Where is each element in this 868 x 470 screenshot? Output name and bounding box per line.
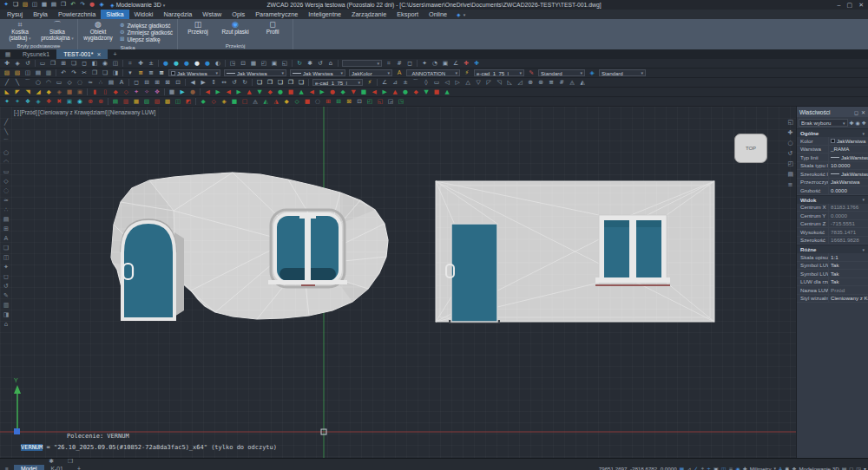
toolbar-icon[interactable]: ◳	[227, 61, 238, 67]
toolbar-icon[interactable]: ▨	[152, 99, 162, 105]
toolbar-icon[interactable]: ◀	[223, 89, 233, 95]
viewport-control-segment[interactable]: [Przód]	[20, 109, 37, 115]
ribbon-tab-opis[interactable]: Opis	[227, 10, 250, 19]
viewport-control-segment[interactable]: [Cieniowany z Krawędziami]	[38, 109, 108, 115]
draw-tool-icon[interactable]: ✎	[3, 292, 9, 299]
property-value[interactable]: 0.0000	[829, 186, 868, 194]
flatshot-button[interactable]: ◉ Rzut płaski	[218, 20, 253, 42]
toolbar-icon[interactable]: ◫	[31, 2, 38, 8]
status-toggle-icon[interactable]: ❖	[792, 466, 796, 470]
property-value[interactable]: 7835.1471	[829, 228, 868, 236]
toolbar-icon[interactable]: ▶	[177, 89, 187, 95]
toolbar-icon[interactable]: ▣	[64, 99, 75, 105]
toolbar-icon[interactable]: ▣	[440, 61, 450, 67]
section-button[interactable]: ◫ Przekrój	[181, 20, 215, 42]
status-toggle-icon[interactable]: ◫	[721, 466, 727, 470]
toolbar-icon[interactable]: ▤	[50, 2, 57, 8]
draw-tool-icon[interactable]: ❏	[3, 245, 9, 251]
toolbar-icon[interactable]: ▦	[131, 99, 141, 105]
ribbon-tab-zarządzanie[interactable]: Zarządzanie	[346, 10, 391, 19]
toolbar-combo[interactable]: JakKolor▾	[349, 69, 392, 76]
mesh-surface-button[interactable]: ⌒ Siatka prostokątna ▾	[40, 20, 75, 42]
toolbar-icon[interactable]: ■	[286, 89, 296, 95]
toolbar-icon[interactable]: ✦	[419, 61, 430, 67]
toolbar-icon[interactable]: ❐	[65, 459, 76, 465]
toolbar-icon[interactable]: ◹	[494, 80, 504, 86]
toolbar-icon[interactable]: ▶	[233, 89, 244, 95]
draw-tool-icon[interactable]: ◫	[3, 254, 10, 261]
ribbon-tab-online[interactable]: Online	[424, 10, 452, 19]
toolbar-icon[interactable]: ⊕	[85, 99, 95, 105]
toolbar-combo[interactable]: Jak Warstwa▾	[224, 69, 286, 76]
toolbar-icon[interactable]: ▭	[54, 80, 64, 86]
toolbar-icon[interactable]: ▭	[37, 61, 48, 67]
workspace-status-dropdown[interactable]: Modelowanie 3D	[799, 466, 839, 470]
layout-tab-model[interactable]: Model	[14, 465, 44, 470]
draw-tool-icon[interactable]: ▤	[3, 216, 10, 223]
toolbar-icon[interactable]: ❖	[152, 89, 162, 95]
nav-tool-icon[interactable]: ▤	[787, 171, 793, 178]
toolbar-icon[interactable]: ◲	[385, 99, 396, 105]
toolbar-icon[interactable]: ⌒	[23, 80, 33, 86]
toolbar-icon[interactable]: ◫	[110, 61, 121, 67]
toolbar-icon[interactable]: ◌	[312, 99, 323, 105]
ribbon-tab-bryła[interactable]: Bryła	[28, 10, 53, 19]
viewport-control-segment[interactable]: [-]	[14, 109, 19, 115]
toolbar-icon[interactable]: ◈	[33, 99, 43, 105]
maximize-button[interactable]: ▢	[847, 2, 853, 9]
property-value[interactable]: Cieniowany z Kraw	[829, 295, 868, 303]
draw-tool-icon[interactable]: ↺	[3, 283, 9, 290]
toolbar-icon[interactable]: ■	[431, 89, 442, 95]
toolbar-icon[interactable]: ●	[187, 89, 198, 95]
ribbon-tab-parametryczne[interactable]: Parametryczne	[250, 10, 303, 19]
workspace-switcher[interactable]: ◈ Modelowanie 3D ▾	[110, 2, 165, 8]
toolbar-icon[interactable]: ▲	[296, 89, 306, 95]
toolbar-icon[interactable]: ◭	[260, 99, 271, 105]
toolbar-icon[interactable]: ▶	[317, 89, 327, 95]
toolbar-combo[interactable]: Jak Warstwa▾	[168, 69, 220, 76]
nav-tool-icon[interactable]: ↺	[787, 150, 793, 157]
ribbon-tab-widoki[interactable]: Widoki	[129, 10, 159, 19]
toolbar-icon[interactable]: ▧	[12, 70, 23, 76]
toolbar-icon[interactable]: ❏	[254, 80, 265, 86]
toolbar-icon[interactable]: ◺	[504, 80, 515, 86]
side-window-pane-right[interactable]	[636, 220, 661, 277]
nav-tool-icon[interactable]: ◰	[787, 160, 793, 167]
toolbar-combo[interactable]: ▾	[342, 60, 382, 67]
toolbar-icon[interactable]: ▶	[213, 89, 223, 95]
property-value[interactable]: 0.0000	[829, 212, 868, 219]
toolbar-icon[interactable]: ▤	[106, 80, 116, 86]
status-toggle-icon[interactable]: ▤	[842, 466, 847, 470]
toolbar-icon[interactable]: ◈	[54, 89, 64, 95]
toolbar-icon[interactable]: ▤	[110, 99, 121, 105]
toolbar-icon[interactable]: ◔	[430, 61, 440, 67]
toolbar-icon[interactable]: ◧	[89, 61, 100, 67]
toolbar-icon[interactable]: ◈	[12, 61, 23, 67]
property-value[interactable]: 10.0000	[829, 162, 868, 170]
side-window-pane-left[interactable]	[604, 220, 629, 277]
toolbar-icon[interactable]: ▮	[89, 89, 100, 95]
drawing-viewport[interactable]: [-][Przód][Cieniowany z Krawędziami][Nie…	[0, 107, 796, 458]
ribbon-tab-powierzchnia[interactable]: Powierzchnia	[53, 10, 101, 19]
toolbar-icon[interactable]: ◇	[121, 89, 131, 95]
draw-tool-icon[interactable]: ◌	[3, 187, 9, 194]
new-tab-button[interactable]: +	[108, 49, 122, 59]
toolbar-icon[interactable]: ◊	[421, 80, 431, 86]
toolbar-icon[interactable]: ▲	[442, 89, 452, 95]
toolbar-icon[interactable]: ⊕	[525, 80, 536, 86]
toolbar-icon[interactable]: ∴	[95, 80, 106, 86]
toolbar-icon[interactable]: ◆	[338, 89, 348, 95]
status-toggle-icon[interactable]: ✚	[743, 466, 747, 470]
draw-tool-icon[interactable]: ⌂	[4, 321, 8, 328]
toolbar-icon[interactable]: ❏	[69, 61, 79, 67]
toolbar-icon[interactable]: ◱	[375, 99, 385, 105]
toolbar-icon[interactable]: ◫	[23, 70, 33, 76]
toolbar-icon[interactable]: ◈	[98, 2, 105, 8]
toolbar-icon[interactable]: ▦	[248, 61, 259, 67]
toolbar-icon[interactable]: ●	[202, 61, 213, 67]
toolbar-icon[interactable]: ◉	[100, 61, 110, 67]
draw-tool-icon[interactable]: ⊞	[3, 225, 9, 232]
toolbar-combo[interactable]: _ANNOTATION▾	[406, 69, 460, 76]
toolbar-icon[interactable]: ◮	[271, 99, 281, 105]
toolbar-icon[interactable]: ▤	[33, 70, 43, 76]
